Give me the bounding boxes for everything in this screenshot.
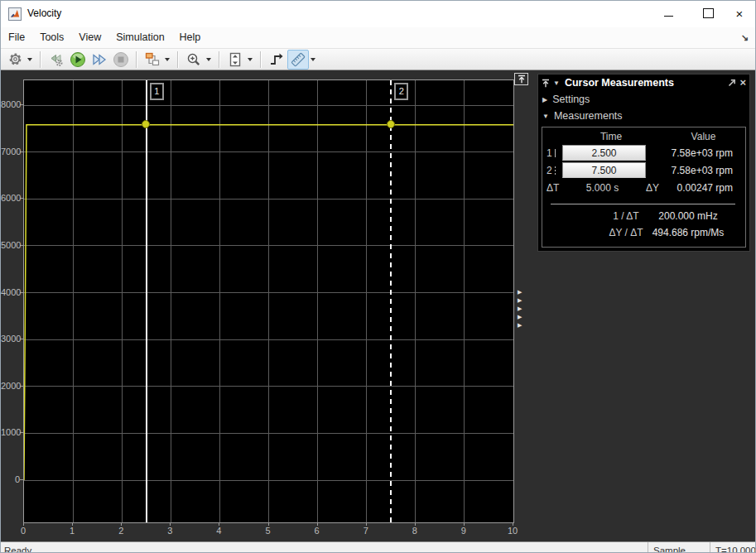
pin-icon bbox=[518, 75, 526, 84]
maximize-icon bbox=[703, 8, 714, 18]
menu-item-file[interactable]: File bbox=[1, 27, 32, 43]
menu-item-view[interactable]: View bbox=[71, 27, 108, 43]
dashed-line-indicator-icon bbox=[555, 166, 556, 175]
cursor-1-flag[interactable]: 1 bbox=[150, 83, 164, 100]
measurements-section-header[interactable]: ▼ Measurements bbox=[538, 108, 749, 124]
step-forward-icon bbox=[91, 53, 108, 66]
y-tick-label: 0 bbox=[1, 474, 20, 484]
dropdown-caret-icon[interactable] bbox=[248, 58, 253, 61]
status-bar: Ready Sample based T=10.000 bbox=[1, 541, 755, 553]
close-button[interactable]: × bbox=[725, 1, 754, 26]
dropdown-caret-icon[interactable] bbox=[311, 58, 315, 61]
delta-y-value: 0.00247 rpm bbox=[659, 182, 745, 194]
cursor-2-flag[interactable]: 2 bbox=[394, 83, 408, 100]
run-button[interactable] bbox=[67, 50, 89, 70]
slope-row: ΔY / ΔT 494.686 rpm/Ms bbox=[542, 227, 745, 243]
y-tick-label: 3000 bbox=[1, 334, 20, 344]
cursor-1-label: 1 bbox=[547, 147, 552, 159]
col-header-time: Time bbox=[561, 131, 662, 142]
cursor-1-line[interactable] bbox=[146, 80, 147, 522]
measurements-label: Measurements bbox=[554, 110, 623, 122]
right-arrow-icon: ▶ bbox=[518, 305, 522, 313]
separator bbox=[219, 51, 220, 68]
y-tick-label: 7000 bbox=[1, 147, 20, 156]
close-icon: × bbox=[736, 7, 744, 20]
panel-expand-arrows[interactable]: ▶▶▶▶▶ bbox=[518, 288, 522, 329]
title-bar: Velocity × bbox=[1, 1, 755, 27]
scope-window: Velocity × ↘ FileToolsViewSimulationHelp bbox=[0, 0, 756, 553]
trigger-button[interactable] bbox=[266, 50, 287, 70]
separator bbox=[177, 51, 179, 68]
panel-close-icon[interactable]: × bbox=[739, 78, 746, 88]
pin-icon[interactable] bbox=[542, 79, 550, 88]
stop-icon bbox=[113, 51, 129, 68]
cursor-1-value: 7.58e+03 rpm bbox=[646, 147, 745, 159]
status-text: Ready bbox=[4, 546, 31, 553]
dropdown-caret-icon[interactable] bbox=[206, 58, 211, 61]
collapse-triangle-icon[interactable]: ▼ bbox=[553, 79, 560, 87]
y-tick bbox=[20, 479, 23, 480]
cursor-2-time-input[interactable] bbox=[562, 162, 646, 178]
step-back-button[interactable] bbox=[46, 50, 67, 70]
step-forward-button[interactable] bbox=[89, 50, 110, 70]
cursor-2-row: 2 7.58e+03 rpm bbox=[542, 161, 745, 179]
highlight-simulink-block-icon bbox=[145, 52, 160, 66]
delta-row: ΔT 5.000 s ΔY 0.00247 rpm bbox=[542, 179, 745, 196]
restore-panel-button[interactable] bbox=[514, 73, 528, 85]
overflow-arrow-icon[interactable]: ↘ bbox=[741, 32, 749, 43]
measurements-table: Time Value 1 7.58e+03 rpm 2 7.58e+03 rpm… bbox=[542, 127, 746, 248]
settings-label: Settings bbox=[552, 94, 590, 105]
sim-time-cell: T=10.000 bbox=[710, 542, 756, 553]
separator bbox=[136, 51, 137, 68]
panel-title: Cursor Measurements bbox=[565, 77, 725, 89]
settings-button[interactable] bbox=[4, 50, 26, 70]
cursor-measurements-button[interactable] bbox=[287, 50, 309, 70]
undock-icon[interactable] bbox=[728, 79, 736, 87]
delta-y-label: ΔY bbox=[646, 182, 659, 194]
sample-mode-cell: Sample based bbox=[648, 542, 709, 553]
window-title: Velocity bbox=[27, 7, 61, 19]
dropdown-caret-icon[interactable] bbox=[165, 58, 170, 61]
scope-canvas: 12 0123456789100100020003000400050006000… bbox=[1, 71, 755, 541]
fit-to-view-button[interactable] bbox=[224, 50, 246, 70]
step-back-icon bbox=[48, 52, 65, 67]
maximize-button[interactable] bbox=[694, 1, 722, 26]
x-tick-label: 2 bbox=[108, 526, 133, 536]
cursor-2-line[interactable] bbox=[390, 80, 392, 522]
menu-item-tools[interactable]: Tools bbox=[32, 27, 71, 43]
fit-to-view-icon bbox=[228, 52, 243, 67]
col-header-value: Value bbox=[662, 131, 745, 142]
cursor-2-value: 7.58e+03 rpm bbox=[646, 165, 745, 176]
right-arrow-icon: ▶ bbox=[518, 296, 522, 305]
one-over-dt-value: 200.000 mHz bbox=[635, 210, 741, 222]
frequency-row: 1 / ΔT 200.000 mHz bbox=[542, 210, 745, 227]
cursor-2-marker[interactable] bbox=[387, 120, 395, 128]
cursor-measurements-panel: ▼ Cursor Measurements × ▶ Settings ▼ Mea… bbox=[537, 74, 750, 252]
menu-item-simulation[interactable]: Simulation bbox=[108, 27, 171, 43]
plot-area[interactable]: 12 bbox=[23, 79, 514, 523]
collapsed-triangle-icon: ▶ bbox=[542, 96, 547, 103]
x-tick-label: 3 bbox=[157, 526, 182, 536]
right-arrow-icon: ▶ bbox=[518, 288, 522, 296]
solid-line-indicator-icon bbox=[555, 149, 556, 157]
matlab-scope-icon bbox=[8, 7, 22, 21]
cursor-1-time-input[interactable] bbox=[562, 145, 646, 161]
highlight-simulink-block-button[interactable] bbox=[142, 50, 163, 70]
delta-t-label: ΔT bbox=[547, 182, 562, 194]
minimize-icon bbox=[664, 16, 673, 17]
zoom-button[interactable] bbox=[183, 50, 205, 70]
x-tick-label: 6 bbox=[305, 526, 330, 536]
x-tick-label: 0 bbox=[11, 526, 36, 536]
delta-t-value: 5.000 s bbox=[562, 182, 643, 194]
minimize-button[interactable] bbox=[654, 1, 682, 26]
stop-button[interactable] bbox=[110, 50, 132, 70]
zoom-icon bbox=[186, 52, 201, 67]
menu-item-help[interactable]: Help bbox=[172, 27, 209, 43]
x-tick-label: 9 bbox=[451, 526, 476, 536]
separator bbox=[40, 51, 41, 68]
gear-icon bbox=[8, 52, 22, 66]
divider bbox=[551, 204, 735, 204]
settings-section-header[interactable]: ▶ Settings bbox=[538, 91, 749, 108]
x-tick-label: 7 bbox=[354, 526, 378, 536]
dropdown-caret-icon[interactable] bbox=[27, 58, 32, 61]
